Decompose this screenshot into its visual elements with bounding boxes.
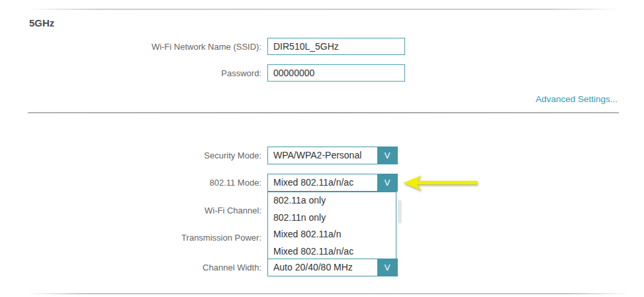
transmission-power-label: Transmission Power: <box>0 233 261 243</box>
security-mode-select[interactable]: WPA/WPA2-Personal V <box>267 147 398 164</box>
channel-width-label: Channel Width: <box>0 263 261 272</box>
dropdown-option-80211a-only[interactable]: 802.11a only <box>268 192 396 209</box>
dropdown-scrollbar-thumb[interactable] <box>398 200 402 223</box>
dropdown-option-80211n-only[interactable]: 802.11n only <box>268 209 396 227</box>
80211-mode-select[interactable]: Mixed 802.11a/n/ac V <box>267 174 398 192</box>
ssid-label: Wi-Fi Network Name (SSID): <box>0 42 261 52</box>
ssid-input[interactable] <box>267 38 405 55</box>
band-heading-5ghz: 5GHz <box>29 17 54 29</box>
channel-width-dropdown-button[interactable]: V <box>377 259 397 276</box>
chevron-down-icon: V <box>385 263 391 272</box>
security-mode-dropdown-button[interactable]: V <box>377 147 397 164</box>
80211-mode-dropdown-button[interactable]: V <box>377 174 397 191</box>
dropdown-option-mixed-80211an[interactable]: Mixed 802.11a/n <box>268 226 396 243</box>
section-divider <box>28 112 619 113</box>
chevron-down-icon: V <box>385 150 391 160</box>
bottom-divider <box>26 293 630 294</box>
80211-mode-value: Mixed 802.11a/n/ac <box>268 174 377 191</box>
wifi-settings-panel: 5GHz Wi-Fi Network Name (SSID): Password… <box>0 0 644 297</box>
wifi-channel-label: Wi-Fi Channel: <box>0 206 261 215</box>
security-mode-value: WPA/WPA2-Personal <box>268 147 377 164</box>
80211-mode-label: 802.11 Mode: <box>0 178 261 188</box>
advanced-settings-link[interactable]: Advanced Settings... <box>535 94 618 104</box>
password-label: Password: <box>0 68 261 78</box>
annotation-arrow-left-icon <box>403 174 479 192</box>
channel-width-value: Auto 20/40/80 MHz <box>268 259 377 276</box>
top-divider <box>26 9 619 10</box>
80211-mode-option-list: 802.11a only 802.11n only Mixed 802.11a/… <box>267 192 396 259</box>
channel-width-select[interactable]: Auto 20/40/80 MHz V <box>267 259 398 276</box>
dropdown-option-mixed-80211anac[interactable]: Mixed 802.11a/n/ac <box>268 243 396 261</box>
security-mode-label: Security Mode: <box>0 150 261 160</box>
password-input[interactable] <box>267 64 405 82</box>
chevron-down-icon: V <box>385 178 391 188</box>
